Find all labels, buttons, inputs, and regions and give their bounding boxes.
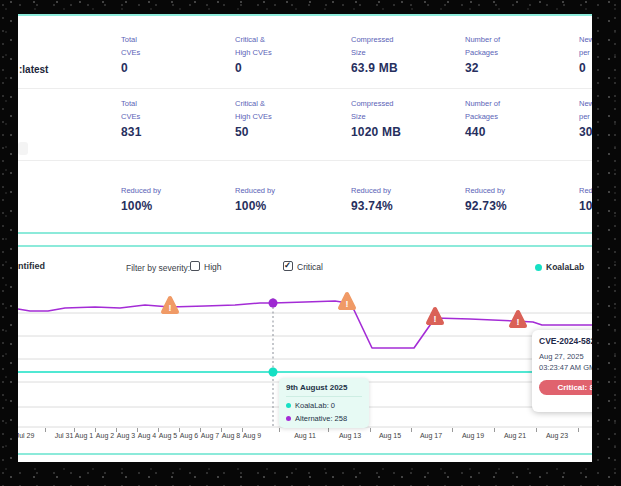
cve-popup: CVE-2024-58251 Aug 27, 2025 03:23:47 AM …: [532, 330, 592, 412]
legend-label: KoalaLab: [546, 262, 584, 272]
x-axis-label: Aug 7: [201, 432, 219, 439]
filter-by-severity-label: Filter by severity:: [126, 263, 190, 273]
series-dot-icon: [286, 403, 291, 408]
x-axis-tick: [328, 428, 329, 432]
metric-label: Critical &High CVEs: [235, 97, 347, 123]
critical-severity-checkbox[interactable]: [283, 261, 293, 271]
metric-critical-high: Critical &High CVEs 0: [235, 33, 347, 75]
photo-frame: { "colors": { "accent_teal": "#8ceada", …: [0, 0, 621, 486]
metric-packages: Number ofPackages 32: [465, 33, 577, 75]
tooltip-item-label: Alternative: 258: [295, 414, 347, 423]
metric-new-per-month: Newper mo 30: [579, 97, 592, 139]
x-axis-tick: [370, 428, 371, 432]
metric-value: 1020 MB: [351, 125, 463, 139]
metric-label: Critical &High CVEs: [235, 33, 347, 59]
x-axis-label: Aug 11: [294, 432, 316, 439]
x-axis-tick: [45, 428, 46, 432]
chart-section-title: ntified: [18, 261, 45, 271]
metric-value: 50: [235, 125, 347, 139]
metric-value: 92.73%: [465, 199, 577, 213]
metric-value: 0: [579, 61, 592, 75]
metric-label: Newper mo: [579, 33, 592, 59]
chart-tooltip: 9th August 2025 KoalaLab: 0 Alternative:…: [279, 378, 369, 428]
metric-compressed-size: CompressedSize 63.9 MB: [351, 33, 463, 75]
x-axis-label: Aug 6: [180, 432, 198, 439]
x-axis-tick: [452, 428, 453, 432]
row-divider: [18, 160, 592, 161]
metric-label: CompressedSize: [351, 97, 463, 123]
metric-label: Reduced by: [235, 184, 347, 197]
series-dot-icon: [286, 416, 291, 421]
critical-checkbox-label: Critical: [297, 262, 323, 272]
metric-value: 32: [465, 61, 577, 75]
x-axis: Jul 29Jul 31Aug 1Aug 2Aug 3Aug 4Aug 5Aug…: [18, 432, 592, 444]
x-axis-label: Aug 19: [462, 432, 484, 439]
dashboard-content: :latest TotalCVEs 0 Critical &High CVEs …: [18, 14, 592, 462]
metric-label: Number ofPackages: [465, 97, 577, 123]
metric-label: Reduced by: [121, 184, 233, 197]
metric-label: Newper mo: [579, 97, 592, 123]
metric-label: TotalCVEs: [121, 97, 233, 123]
tooltip-item-alternative: Alternative: 258: [286, 414, 362, 423]
metric-label: Reduced by: [579, 184, 592, 197]
warning-icon[interactable]: [511, 312, 525, 326]
metric-compressed-size: CompressedSize 1020 MB: [351, 97, 463, 139]
metric-label: CompressedSize: [351, 33, 463, 59]
metric-reduced-size: Reduced by 93.74%: [351, 184, 463, 213]
warning-exclamation: !: [517, 317, 520, 327]
metric-reduced-total: Reduced by 100%: [121, 184, 233, 213]
x-axis-label: Aug 9: [243, 432, 261, 439]
metric-value: 0: [235, 61, 347, 75]
row-divider: [18, 88, 592, 89]
chart-card-bottom-accent: [18, 453, 592, 455]
image-tag-label: :latest: [19, 64, 48, 75]
x-axis-tick: [578, 428, 579, 432]
x-axis-label: Aug 4: [138, 432, 156, 439]
x-axis-tick: [279, 428, 280, 432]
warning-exclamation: !: [169, 303, 172, 313]
metric-critical-high: Critical &High CVEs 50: [235, 97, 347, 139]
cve-id: CVE-2024-58251: [539, 336, 592, 346]
metric-value: 0: [121, 61, 233, 75]
high-severity-checkbox[interactable]: [190, 261, 200, 271]
high-checkbox-label: High: [204, 262, 221, 272]
card-top-accent: [18, 14, 592, 16]
crosshair-dot-icon: [269, 299, 278, 308]
x-axis-label: Aug 23: [546, 432, 568, 439]
warning-icon[interactable]: [163, 298, 177, 312]
metric-reduced-critical: Reduced by 100%: [235, 184, 347, 213]
x-axis-label: Aug 1: [75, 432, 93, 439]
x-axis-label: Aug 13: [339, 432, 361, 439]
x-axis-tick: [494, 428, 495, 432]
metric-new-per-month: Newper mo 0: [579, 33, 592, 75]
x-axis-label: Aug 21: [504, 432, 526, 439]
metric-total-cves: TotalCVEs 0: [121, 33, 233, 75]
x-axis-tick: [411, 428, 412, 432]
cve-date: Aug 27, 2025: [539, 352, 592, 363]
metric-label: Number ofPackages: [465, 33, 577, 59]
x-axis-label: Jul 31: [55, 432, 74, 439]
metric-value: 63.9 MB: [351, 61, 463, 75]
chart-card-top-accent: [18, 245, 592, 247]
tooltip-date: 9th August 2025: [286, 383, 362, 397]
x-axis-label: Aug 15: [379, 432, 401, 439]
metric-value: 93.74%: [351, 199, 463, 213]
metric-packages: Number ofPackages 440: [465, 97, 577, 139]
x-axis-label: Aug 8: [222, 432, 240, 439]
metric-reduced-new: Reduced by 100%: [579, 184, 592, 213]
warning-exclamation: !: [346, 299, 349, 309]
x-axis-label: Aug 2: [96, 432, 114, 439]
metric-value: 831: [121, 125, 233, 139]
metric-value: 100%: [579, 199, 592, 213]
warning-icon[interactable]: [428, 309, 442, 323]
x-axis-label: Aug 3: [117, 432, 135, 439]
x-axis-label: Jul 29: [18, 432, 34, 439]
metric-label: Reduced by: [351, 184, 463, 197]
cve-time: 03:23:47 AM GMT+: [539, 363, 592, 374]
x-axis-label: Aug 17: [420, 432, 442, 439]
metric-reduced-packages: Reduced by 92.73%: [465, 184, 577, 213]
warning-icon[interactable]: [340, 294, 354, 308]
severity-badge: Critical: 8.5: [539, 380, 592, 395]
series-line-alternative: [18, 301, 592, 348]
legend-koalalab[interactable]: KoalaLab: [535, 262, 584, 272]
